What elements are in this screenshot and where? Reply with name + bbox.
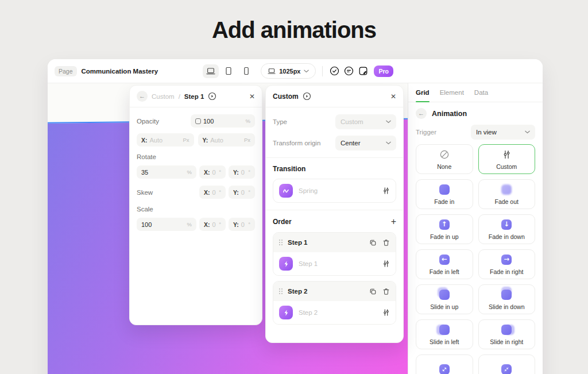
check-circle-button[interactable] bbox=[328, 64, 341, 78]
lightning-icon bbox=[279, 306, 293, 319]
rotate-y-input[interactable]: Y: 0 ° bbox=[229, 165, 255, 179]
animation-tile-fade-in-right[interactable]: →Fade in right bbox=[478, 249, 536, 279]
animation-tile-scale-down[interactable] bbox=[478, 354, 536, 374]
slide-up-icon bbox=[438, 289, 451, 300]
chevron-down-icon bbox=[525, 130, 530, 134]
laptop-icon bbox=[268, 68, 276, 75]
tablet-device-button[interactable] bbox=[220, 64, 237, 78]
step-name: Step 2 bbox=[299, 309, 377, 316]
transition-name: Spring bbox=[299, 187, 377, 194]
play-preview-button[interactable] bbox=[208, 92, 216, 101]
back-button[interactable]: ← bbox=[137, 91, 148, 102]
duplicate-icon[interactable] bbox=[369, 239, 377, 246]
viewport-width-value: 1025px bbox=[279, 68, 300, 75]
order-step-card-1: Step 1Step 1 bbox=[273, 232, 396, 276]
scale-y-input[interactable]: Y: 0 ° bbox=[229, 218, 255, 231]
trigger-value: In view bbox=[476, 129, 497, 136]
tile-label: Fade out bbox=[495, 198, 519, 205]
lightning-icon bbox=[279, 257, 293, 271]
step-card-header[interactable]: Step 1 bbox=[273, 233, 396, 252]
transition-card[interactable]: Spring bbox=[273, 179, 396, 203]
animation-tile-none[interactable]: None bbox=[416, 144, 473, 174]
trash-icon[interactable] bbox=[382, 288, 390, 295]
drag-handle-icon[interactable] bbox=[279, 240, 283, 246]
desktop-device-button[interactable] bbox=[203, 64, 219, 78]
laptop-icon bbox=[206, 67, 215, 75]
inspector-panel: GridElementData ← Animation Trigger In v… bbox=[408, 83, 543, 374]
animation-section-title: Animation bbox=[432, 110, 467, 118]
drag-handle-icon[interactable] bbox=[279, 288, 283, 295]
trigger-label: Trigger bbox=[416, 129, 436, 136]
order-step-card-2: Step 2Step 2 bbox=[273, 281, 396, 325]
trash-icon[interactable] bbox=[382, 239, 390, 246]
chevron-down-icon bbox=[386, 141, 391, 145]
transform-origin-label: Transform origin bbox=[273, 140, 320, 146]
tile-label: Slide in down bbox=[489, 303, 524, 310]
comment-circle-button[interactable] bbox=[342, 64, 355, 78]
tab-grid[interactable]: Grid bbox=[416, 83, 430, 102]
type-dropdown[interactable]: Custom bbox=[335, 114, 396, 129]
add-step-button[interactable]: + bbox=[391, 217, 396, 226]
tablet-icon bbox=[225, 67, 233, 75]
sliders-icon[interactable] bbox=[382, 260, 390, 268]
pro-badge: Pro bbox=[374, 65, 393, 77]
step-card-body[interactable]: Step 1 bbox=[273, 252, 396, 275]
close-button[interactable]: ✕ bbox=[249, 92, 255, 101]
animation-tile-fade-in-left[interactable]: ←Fade in left bbox=[416, 249, 473, 279]
animation-tile-slide-in-right[interactable]: Slide in right bbox=[478, 319, 536, 349]
rotate-input[interactable]: 35 % bbox=[137, 165, 196, 179]
transform-origin-dropdown[interactable]: Center bbox=[335, 136, 396, 151]
animation-tile-slide-in-down[interactable]: Slide in down bbox=[478, 284, 536, 314]
step-title: Step 1 bbox=[288, 239, 365, 246]
viewport-width-dropdown[interactable]: 1025px bbox=[261, 63, 316, 79]
slide-right-icon bbox=[500, 324, 513, 336]
animation-tile-fade-out[interactable]: Fade out bbox=[478, 179, 536, 209]
x-position-input[interactable]: X: Auto Px bbox=[137, 133, 194, 146]
scale-down-icon bbox=[501, 364, 512, 374]
skew-y-input[interactable]: Y: 0 ° bbox=[229, 186, 255, 199]
custom-panel-title: Custom bbox=[273, 92, 299, 101]
animation-tile-scale-up[interactable] bbox=[416, 354, 473, 374]
skew-label: Skew bbox=[137, 189, 196, 196]
animation-tile-fade-in-up[interactable]: ↑Fade in up bbox=[416, 214, 473, 244]
tile-label: Slide in left bbox=[430, 338, 459, 345]
opacity-icon bbox=[195, 118, 201, 124]
duplicate-icon[interactable] bbox=[369, 288, 377, 295]
animation-tile-fade-in-down[interactable]: ↓Fade in down bbox=[478, 214, 536, 244]
y-position-input[interactable]: Y: Auto Px bbox=[198, 133, 256, 146]
breadcrumb-parent[interactable]: Custom bbox=[152, 93, 175, 100]
builder-window: Page Communication Mastery bbox=[48, 59, 543, 374]
animation-tile-custom[interactable]: Custom bbox=[478, 144, 536, 174]
fade-out-icon bbox=[501, 184, 512, 195]
close-button[interactable]: ✕ bbox=[390, 92, 396, 101]
step-card-header[interactable]: Step 2 bbox=[273, 282, 396, 301]
spring-curve-icon bbox=[279, 184, 293, 198]
step-properties-panel: ← Custom / Step 1 ✕ Opacity 100 % bbox=[129, 85, 262, 325]
transition-heading: Transition bbox=[273, 165, 396, 173]
trigger-row: Trigger In view bbox=[408, 125, 543, 140]
animation-tile-slide-in-up[interactable]: Slide in up bbox=[416, 284, 473, 314]
trigger-dropdown[interactable]: In view bbox=[471, 125, 535, 140]
sliders-icon[interactable] bbox=[382, 187, 390, 195]
tile-label: Custom bbox=[496, 163, 517, 170]
opacity-input[interactable]: 100 % bbox=[191, 114, 255, 128]
slide-down-icon bbox=[500, 289, 513, 300]
tab-data[interactable]: Data bbox=[474, 83, 488, 102]
animation-tile-slide-in-left[interactable]: Slide in left bbox=[416, 319, 473, 349]
scale-input[interactable]: 100 % bbox=[137, 218, 196, 231]
notes-edit-button[interactable] bbox=[357, 64, 370, 78]
sliders-icon[interactable] bbox=[382, 309, 390, 317]
tab-element[interactable]: Element bbox=[440, 83, 464, 102]
rotate-x-input[interactable]: X: 0 ° bbox=[199, 165, 226, 179]
tile-label: Fade in bbox=[434, 198, 454, 205]
scale-x-input[interactable]: X: 0 ° bbox=[199, 218, 226, 231]
sliders-icon bbox=[502, 149, 511, 160]
back-button[interactable]: ← bbox=[416, 108, 427, 119]
play-preview-button[interactable] bbox=[303, 92, 311, 101]
arrow-right-icon: → bbox=[501, 254, 512, 265]
skew-x-input[interactable]: X: 0 ° bbox=[199, 186, 226, 199]
step-card-body[interactable]: Step 2 bbox=[273, 301, 396, 324]
device-switcher bbox=[203, 64, 254, 78]
phone-device-button[interactable] bbox=[238, 64, 254, 78]
animation-tile-fade-in[interactable]: Fade in bbox=[416, 179, 473, 209]
